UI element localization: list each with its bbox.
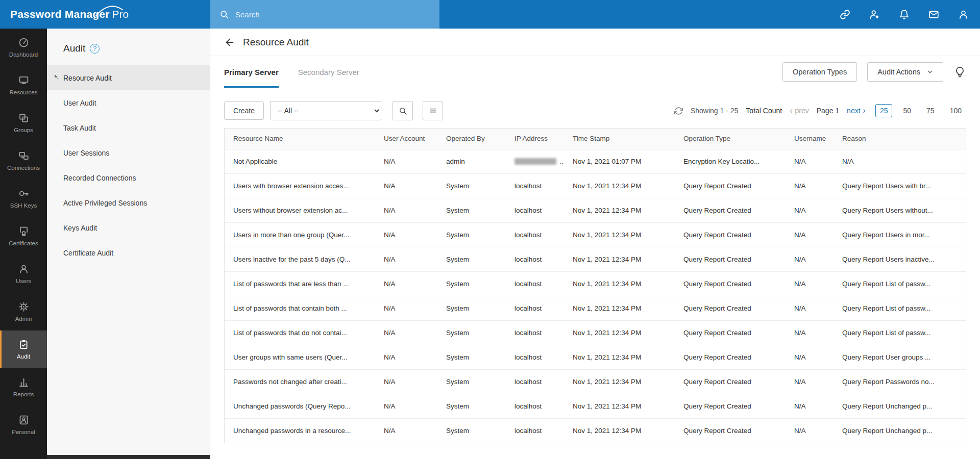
help-icon[interactable]: ?: [90, 44, 100, 54]
table-cell: localhost: [509, 345, 568, 369]
search-button[interactable]: [393, 101, 413, 120]
table-row: Users in more than one group (Quer...N/A…: [225, 222, 966, 247]
table-cell: N/A: [789, 222, 837, 247]
tab-primary-server[interactable]: Primary Server: [224, 56, 279, 88]
audit-actions-button[interactable]: Audit Actions: [867, 62, 943, 82]
table-cell: User groups with same users (Quer...: [225, 345, 379, 369]
table-cell: System: [441, 247, 509, 271]
table-cell: localhost: [509, 173, 568, 198]
global-search[interactable]: [210, 0, 439, 29]
table-cell: Not Applicable: [225, 149, 379, 173]
table-cell: Query Report User groups ...: [837, 345, 966, 369]
next-page-button[interactable]: next›: [847, 107, 866, 115]
table-cell: Query Report Created: [678, 320, 789, 345]
sidebar-item-label: Resources: [10, 89, 38, 95]
page-size-50[interactable]: 50: [898, 104, 916, 117]
sidebar-item-connections[interactable]: Connections: [0, 142, 47, 180]
sidebar-item-label: Certificates: [9, 240, 38, 246]
sidebar-item-personal[interactable]: Personal: [0, 406, 47, 444]
table-cell: Query Report Unchanged p...: [837, 394, 966, 418]
filter-select[interactable]: -- All --: [270, 101, 381, 120]
sidebar-item-resources[interactable]: Resources: [0, 66, 47, 104]
table-cell: Query Report Created: [678, 271, 789, 296]
submenu-item-active-privileged-sessions[interactable]: Active Privileged Sessions: [47, 190, 210, 215]
back-button[interactable]: [224, 37, 235, 48]
reports-icon: [18, 377, 29, 388]
submenu-item-task-audit[interactable]: Task Audit: [47, 115, 210, 140]
notifications-icon[interactable]: [899, 9, 910, 20]
main-content: Resource Audit Primary ServerSecondary S…: [210, 29, 980, 459]
table-row: List of passwords that contain both ...N…: [225, 296, 966, 320]
chevron-down-icon: [927, 69, 933, 75]
submenu-item-keys-audit[interactable]: Keys Audit: [47, 215, 210, 240]
account-icon[interactable]: [958, 9, 969, 20]
link-icon[interactable]: [840, 9, 850, 20]
panel-collapse-bar[interactable]: [47, 455, 210, 459]
table-cell: N/A: [837, 149, 966, 173]
create-button[interactable]: Create: [224, 101, 264, 120]
column-header-reason: Reason: [837, 129, 966, 149]
operation-types-button[interactable]: Operation Types: [782, 62, 857, 82]
page-size-25[interactable]: 25: [875, 104, 893, 117]
table-cell: Unchanged passwords (Query Repo...: [225, 394, 379, 418]
prev-page-button[interactable]: ‹prev: [790, 107, 809, 115]
table-cell: N/A: [379, 149, 441, 173]
sidebar-item-label: Users: [16, 278, 31, 284]
global-search-input[interactable]: [235, 10, 430, 19]
submenu-item-user-sessions[interactable]: User Sessions: [47, 140, 210, 165]
page-title: Resource Audit: [243, 37, 309, 48]
toolbar: Create -- All -- Showing 1 - 25 Total Co…: [224, 101, 966, 120]
list-view-button[interactable]: [423, 101, 443, 120]
sidebar-item-groups[interactable]: Groups: [0, 104, 47, 142]
sidebar-item-label: Reports: [13, 391, 34, 397]
column-header-operated-by: Operated By: [441, 129, 509, 149]
table-cell: List of passwords that contain both ...: [225, 296, 379, 320]
table-cell: Query Report Users with br...: [837, 173, 966, 198]
table-cell: N/A: [379, 394, 441, 418]
sidebar-item-certificates[interactable]: Certificates: [0, 217, 47, 255]
page-size-100[interactable]: 100: [945, 104, 966, 117]
table-cell: localhost: [509, 320, 568, 345]
page-sizes: 255075100: [875, 104, 966, 117]
total-count-link[interactable]: Total Count: [746, 107, 782, 115]
sidebar-item-admin[interactable]: Admin: [0, 293, 47, 330]
table-cell: Nov 1, 2021 12:34 PM: [568, 247, 678, 271]
sidebar-item-users[interactable]: Users: [0, 255, 47, 293]
sidebar-item-ssh-keys[interactable]: SSH Keys: [0, 180, 47, 217]
lightbulb-icon[interactable]: [953, 66, 966, 79]
refresh-icon[interactable]: [674, 107, 683, 115]
mail-icon[interactable]: [928, 9, 939, 20]
table-cell: N/A: [789, 394, 837, 418]
sidebar-item-label: Audit: [17, 353, 30, 360]
submenu-item-user-audit[interactable]: User Audit: [47, 90, 210, 115]
column-header-time-stamp: Time Stamp: [568, 129, 678, 149]
table-cell: Query Report Unchanged p...: [837, 418, 966, 443]
tab-secondary-server[interactable]: Secondary Server: [298, 56, 359, 88]
table-cell: N/A: [789, 345, 837, 369]
table-cell: Query Report Users without...: [837, 198, 966, 222]
sidebar-item-dashboard[interactable]: Dashboard: [0, 29, 47, 66]
sidebar-item-audit[interactable]: Audit: [0, 330, 47, 368]
admin-icon: [18, 301, 29, 312]
table-row: Users inactive for the past 5 days (Q...…: [225, 247, 966, 271]
submenu-item-recorded-connections[interactable]: Recorded Connections: [47, 165, 210, 190]
chevron-right-icon: ›: [863, 107, 866, 115]
dashboard-icon: [18, 37, 29, 48]
table-cell: localhost: [509, 394, 568, 418]
table-cell: N/A: [379, 198, 441, 222]
sidebar-item-label: Groups: [14, 127, 33, 133]
sidebar-item-reports[interactable]: Reports: [0, 368, 47, 406]
column-header-operation-type: Operation Type: [678, 129, 789, 149]
user-admin-icon[interactable]: [869, 9, 880, 20]
submenu-item-certificate-audit[interactable]: Certificate Audit: [47, 240, 210, 265]
submenu-item-resource-audit[interactable]: Resource Audit: [47, 65, 210, 90]
table-cell: N/A: [789, 296, 837, 320]
audit-table-wrap: Resource NameUser AccountOperated ByIP A…: [224, 128, 966, 443]
submenu-header: Audit ?: [47, 29, 210, 65]
sidebar-item-label: Connections: [7, 165, 40, 171]
audit-table: Resource NameUser AccountOperated ByIP A…: [225, 129, 966, 443]
table-cell: List of passwords that do not contai...: [225, 320, 379, 345]
table-cell: localhost: [509, 271, 568, 296]
page-size-75[interactable]: 75: [922, 104, 939, 117]
table-cell: Nov 1, 2021 12:34 PM: [568, 222, 678, 247]
